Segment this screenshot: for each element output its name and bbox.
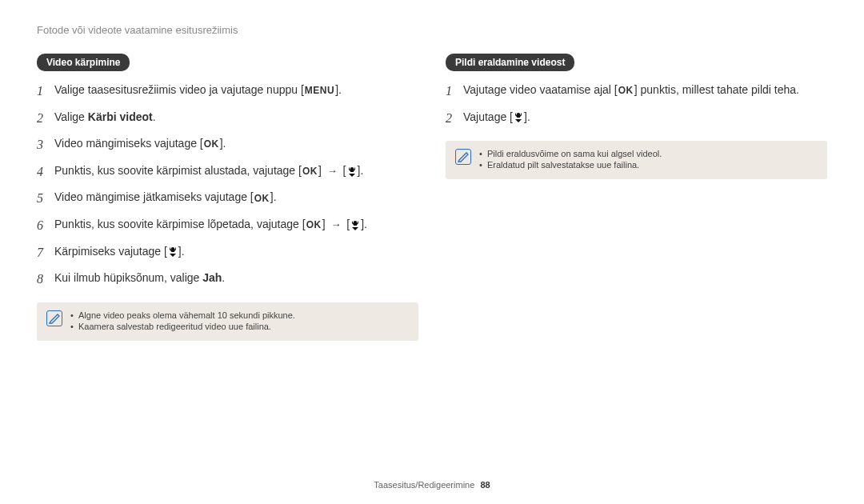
step-number: 1 xyxy=(446,82,463,100)
step-item: 2Valige Kärbi videot. xyxy=(37,110,418,127)
right-column: Pildi eraldamine videost 1Vajutage video… xyxy=(446,54,827,341)
ok-icon: OK xyxy=(254,192,270,205)
step-item: 5Video mängimise jätkamiseks vajutage [O… xyxy=(37,190,418,207)
step-item: 1Valige taasesitusrežiimis video ja vaju… xyxy=(37,82,418,100)
macro-down-icon xyxy=(350,220,361,230)
step-text: Kärpimiseks vajutage []. xyxy=(54,244,418,259)
step-number: 6 xyxy=(37,217,54,234)
arrow-right-icon: → xyxy=(330,218,341,230)
note-icon xyxy=(46,310,62,326)
step-item: 6Punktis, kus soovite kärpimise lõpetada… xyxy=(37,217,418,234)
footer-page: 88 xyxy=(480,480,490,490)
step-number: 1 xyxy=(37,82,54,100)
note-item: Eraldatud pilt salvestatakse uue failina… xyxy=(479,160,662,170)
ok-icon: OK xyxy=(306,218,322,231)
step-text: Punktis, kus soovite kärpimise lõpetada,… xyxy=(54,217,418,232)
step-item: 3Video mängimiseks vajutage [OK]. xyxy=(37,136,418,154)
ok-icon: OK xyxy=(302,165,318,178)
left-note: Algne video peaks olema vähemalt 10 seku… xyxy=(37,302,418,341)
right-note-list: Pildi eraldusvõime on sama kui algsel vi… xyxy=(479,149,662,171)
step-item: 8Kui ilmub hüpiksõnum, valige Jah. xyxy=(37,270,418,288)
step-number: 3 xyxy=(37,136,54,154)
left-column: Video kärpimine 1Valige taasesitusrežiim… xyxy=(37,54,418,341)
step-item: 2Vajutage []. xyxy=(446,110,827,127)
step-item: 7Kärpimiseks vajutage []. xyxy=(37,244,418,262)
step-text: Vajutage []. xyxy=(463,110,827,125)
step-number: 2 xyxy=(446,110,463,127)
macro-down-icon xyxy=(346,166,358,177)
step-text: Valige taasesitusrežiimis video ja vajut… xyxy=(54,82,418,98)
right-steps: 1Vajutage video vaatamise ajal [OK] punk… xyxy=(446,82,827,126)
left-steps: 1Valige taasesitusrežiimis video ja vaju… xyxy=(37,82,418,288)
right-note: Pildi eraldusvõime on sama kui algsel vi… xyxy=(446,141,827,179)
step-text: Video mängimiseks vajutage [OK]. xyxy=(54,136,418,151)
note-icon xyxy=(455,149,471,165)
ok-icon: OK xyxy=(203,138,220,150)
step-text: Punktis, kus soovite kärpimist alustada,… xyxy=(54,163,418,178)
step-number: 2 xyxy=(37,110,54,127)
page-footer: Taasesitus/Redigeerimine 88 xyxy=(0,480,864,490)
arrow-right-icon: → xyxy=(327,165,338,177)
section-pill-left: Video kärpimine xyxy=(37,54,130,71)
step-item: 1Vajutage video vaatamise ajal [OK] punk… xyxy=(446,82,827,100)
note-item: Kaamera salvestab redigeeritud video uue… xyxy=(70,322,295,331)
note-item: Algne video peaks olema vähemalt 10 seku… xyxy=(70,310,295,320)
ok-icon: OK xyxy=(618,84,634,97)
footer-section: Taasesitus/Redigeerimine xyxy=(374,480,474,490)
step-number: 4 xyxy=(37,163,54,181)
macro-down-icon xyxy=(513,112,524,122)
step-text: Video mängimise jätkamiseks vajutage [OK… xyxy=(54,190,418,205)
step-number: 7 xyxy=(37,244,54,262)
breadcrumb-header: Fotode või videote vaatamine esitusrežii… xyxy=(37,24,827,36)
step-number: 8 xyxy=(37,270,54,288)
note-item: Pildi eraldusvõime on sama kui algsel vi… xyxy=(479,149,662,158)
step-text: Vajutage video vaatamise ajal [OK] punkt… xyxy=(463,82,827,98)
step-text: Valige Kärbi videot. xyxy=(54,110,418,125)
content-columns: Video kärpimine 1Valige taasesitusrežiim… xyxy=(37,54,827,341)
menu-icon: MENU xyxy=(304,84,335,97)
macro-down-icon xyxy=(167,246,178,257)
step-number: 5 xyxy=(37,190,54,207)
step-text: Kui ilmub hüpiksõnum, valige Jah. xyxy=(54,270,418,286)
left-note-list: Algne video peaks olema vähemalt 10 seku… xyxy=(70,310,295,333)
step-item: 4Punktis, kus soovite kärpimist alustada… xyxy=(37,163,418,181)
section-pill-right: Pildi eraldamine videost xyxy=(446,54,574,71)
